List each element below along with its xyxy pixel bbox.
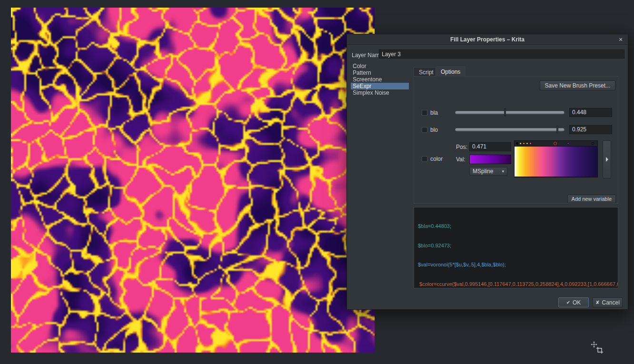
chevron-down-icon: ▾ — [502, 169, 504, 174]
bla-value-input[interactable]: 0.448 — [569, 108, 612, 117]
gradient-stop-marker[interactable] — [592, 142, 594, 145]
options-tab-pane: Save New Brush Preset... bla 0.448 blo 0… — [414, 76, 618, 204]
blo-checkbox[interactable] — [422, 127, 427, 133]
gradient-stop-marker[interactable] — [526, 142, 528, 145]
generator-list-item-seexpr[interactable]: SeExpr — [351, 83, 409, 89]
gradient-stop-marker-selected[interactable] — [554, 142, 557, 145]
gradient-marker-strip — [515, 141, 597, 147]
bla-slider-handle[interactable] — [504, 108, 506, 116]
crop-tool-icon — [596, 346, 604, 354]
cross-icon: ✘ — [595, 300, 599, 305]
gradient-editor[interactable] — [514, 140, 598, 177]
blo-label: blo — [430, 127, 438, 133]
bla-slider-groove — [455, 111, 565, 114]
screen: Fill Layer Properties – Krita ✕ Layer Na… — [0, 0, 634, 364]
gradient-preview[interactable] — [515, 147, 597, 177]
color-checkbox[interactable] — [422, 156, 427, 162]
cancel-button[interactable]: ✘ Cancel — [593, 297, 623, 307]
dialog-title: Fill Layer Properties – Krita — [450, 36, 525, 43]
fill-layer-properties-dialog: Fill Layer Properties – Krita ✕ Layer Na… — [347, 34, 628, 310]
generator-list-item-pattern[interactable]: Pattern — [351, 69, 409, 76]
generator-list-item-screentone[interactable]: Screentone — [351, 76, 409, 83]
bla-label: bla — [430, 109, 438, 116]
ok-button-label: OK — [573, 299, 581, 306]
gradient-stop-marker[interactable] — [523, 142, 525, 145]
color-value-swatch[interactable] — [469, 155, 511, 164]
cancel-button-label: Cancel — [602, 299, 620, 306]
interpolation-dropdown[interactable]: MSpline ▾ — [469, 167, 507, 176]
blo-slider-handle[interactable] — [556, 126, 558, 133]
val-label: Val: — [456, 156, 466, 163]
add-new-variable-button[interactable]: Add new variable — [567, 195, 616, 203]
pos-value-input[interactable]: 0.471 — [469, 142, 511, 151]
color-label: color — [430, 156, 443, 162]
script-line: $val=voronoi(5*[$u,$v,.5],4,$bla,$blo); — [418, 262, 614, 268]
tab-script[interactable]: Script — [414, 67, 439, 77]
interpolation-dropdown-value: MSpline — [473, 168, 493, 175]
chevron-right-icon — [606, 157, 608, 162]
generator-list: Color Pattern Screentone SeExpr Simplex … — [351, 63, 409, 96]
gradient-stop-marker[interactable] — [567, 142, 569, 145]
script-line: $bla=0.44803; — [418, 223, 614, 230]
gradient-stop-marker[interactable] — [529, 142, 532, 145]
tab-options[interactable]: Options — [436, 66, 466, 77]
bla-checkbox[interactable] — [422, 110, 427, 116]
gradient-expand-button[interactable] — [603, 140, 611, 178]
canvas-image[interactable] — [11, 8, 375, 353]
script-line: $color=ccurve($val,0.995146,[0.117647,0.… — [418, 281, 614, 288]
close-icon[interactable]: ✕ — [617, 36, 624, 43]
blo-slider-groove — [455, 128, 565, 131]
generator-list-item-simplex-noise[interactable]: Simplex Noise — [351, 89, 409, 96]
gradient-stop-marker[interactable] — [519, 142, 522, 145]
save-new-brush-preset-button[interactable]: Save New Brush Preset... — [540, 80, 615, 90]
blo-value-input[interactable]: 0.925 — [569, 125, 612, 134]
script-editor[interactable]: $bla=0.44803; $blo=0.92473; $val=voronoi… — [414, 207, 618, 288]
checkmark-icon: ✔ — [566, 300, 570, 305]
blo-slider[interactable] — [455, 125, 565, 134]
ok-button[interactable]: ✔ OK — [558, 297, 589, 307]
bla-slider[interactable] — [455, 108, 565, 117]
pos-label: Pos: — [456, 144, 467, 150]
layer-name-input[interactable] — [379, 49, 624, 59]
gradient-stop-marker[interactable] — [516, 142, 518, 145]
dialog-titlebar[interactable]: Fill Layer Properties – Krita ✕ — [347, 34, 628, 45]
script-line: $blo=0.92473; — [418, 243, 614, 249]
generator-list-item-color[interactable]: Color — [351, 63, 409, 69]
